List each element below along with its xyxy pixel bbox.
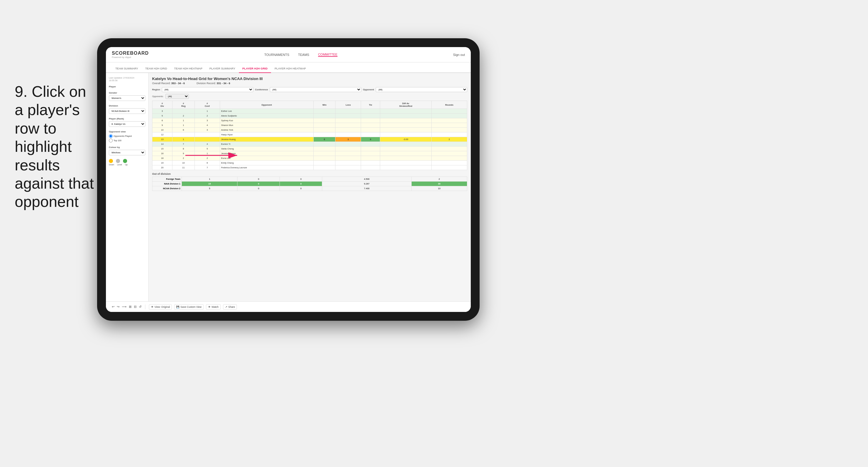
opponents-row: Opponents: (All) xyxy=(152,94,467,99)
sidebar-legend xyxy=(109,159,145,163)
col-div: #Div xyxy=(152,101,173,109)
circle-labels: Down Level Up xyxy=(109,164,145,166)
share-icon: ↗ xyxy=(225,306,227,308)
nav-teams[interactable]: TEAMS xyxy=(298,53,309,57)
out-div-row[interactable]: NCAA Division 25007.40010 xyxy=(152,186,467,191)
paste-icon[interactable]: ⊟ xyxy=(134,305,136,309)
watch-icon: 👁 xyxy=(208,306,211,308)
grid-title: Katelyn Vo Head-to-Head Grid for Women's… xyxy=(152,76,467,81)
division-record-label: Division Record: 331 - 34 - 6 xyxy=(196,82,230,85)
col-reg: #Reg xyxy=(172,101,194,109)
nav-links: TOURNAMENTS TEAMS COMMITTEE xyxy=(264,53,338,57)
sub-nav: TEAM SUMMARY TEAM H2H GRID TEAM H2H HEAT… xyxy=(106,62,471,73)
table-row[interactable]: 31Esther Lee xyxy=(152,109,467,114)
redo-icon[interactable]: ↪ xyxy=(117,305,120,309)
toolbar-sep-1 xyxy=(145,305,145,309)
tablet-screen: SCOREBOARD Powered by clippd TOURNAMENTS… xyxy=(106,47,471,312)
col-opponent: Opponent xyxy=(220,101,313,109)
col-diff: Diff AvStrokes/Rnd xyxy=(380,101,432,109)
table-row[interactable]: 522Alexis Sudjianto xyxy=(152,114,467,118)
opponent-filter[interactable]: (All) xyxy=(376,87,467,92)
top-nav: SCOREBOARD Powered by clippd TOURNAMENTS… xyxy=(106,47,471,62)
nav-tournaments[interactable]: TOURNAMENTS xyxy=(264,53,289,57)
sidebar: Last Updated: 27/03/2024 16:55:38 Player… xyxy=(106,73,149,301)
table-row[interactable]: 12Haeju Hyun xyxy=(152,132,467,137)
tab-team-h2h-heatmap[interactable]: TEAM H2H HEATMAP xyxy=(170,64,206,73)
tab-team-h2h-grid[interactable]: TEAM H2H GRID xyxy=(142,64,170,73)
overall-record-label: Overall Record: 353 - 34 - 6 xyxy=(152,82,185,85)
colour-by-label: Colour by xyxy=(109,146,145,149)
out-of-division-header: Out of division xyxy=(152,173,467,176)
sidebar-opponent-view-section: Opponent view Opponents Played Top 100 xyxy=(109,130,145,143)
player-label: Player xyxy=(109,85,145,88)
division-select[interactable]: NCAA Division III xyxy=(109,108,145,114)
tab-team-summary[interactable]: TEAM SUMMARY xyxy=(112,64,142,73)
logo: SCOREBOARD xyxy=(112,51,149,56)
opponent-view-label: Opponent view xyxy=(109,130,145,133)
tab-player-h2h-heatmap[interactable]: PLAYER H2H HEATMAP xyxy=(271,64,309,73)
watch-btn[interactable]: 👁 Watch xyxy=(206,304,221,310)
radio-opponents-played[interactable]: Opponents Played xyxy=(109,134,145,138)
table-row[interactable]: 914Sharon Mun xyxy=(152,123,467,128)
undo-icon[interactable]: ↩ xyxy=(112,305,115,309)
sign-out[interactable]: Sign out xyxy=(453,53,465,57)
region-filter[interactable]: (All) xyxy=(162,87,253,92)
circle-up xyxy=(123,159,127,163)
tab-player-summary[interactable]: PLAYER SUMMARY xyxy=(206,64,239,73)
gender-label: Gender xyxy=(109,92,145,94)
out-div-row[interactable]: Foreign Team1004.5002 xyxy=(152,177,467,182)
table-row[interactable]: 1474Eunice Yi xyxy=(152,142,467,147)
save-custom-btn[interactable]: 💾 Save Custom View xyxy=(174,304,204,310)
out-division-table: Foreign Team1004.5002NAIA Division 11500… xyxy=(152,177,467,191)
table-row[interactable]: 1063Andrea York xyxy=(152,128,467,132)
gender-select[interactable]: Women's xyxy=(109,95,145,101)
circle-down xyxy=(109,159,113,163)
forward-icon[interactable]: ⟶ xyxy=(122,305,126,309)
opponents-select[interactable]: (All) xyxy=(165,94,189,99)
player-rank-select[interactable]: 8. Katelyn Vo xyxy=(109,121,145,127)
tablet-frame: SCOREBOARD Powered by clippd TOURNAMENTS… xyxy=(97,38,479,321)
filters-row: Region (All) Conference (All) Opponent (… xyxy=(152,87,467,92)
table-row[interactable]: 1691Jessica Mason xyxy=(152,151,467,156)
bottom-toolbar: ↩ ↪ ⟶ ⊞ ⊟ ↺ 👁 View: Original 💾 Save Cust… xyxy=(106,301,471,312)
view-original-btn[interactable]: 👁 View: Original xyxy=(149,304,172,310)
nav-committee[interactable]: COMMITTEE xyxy=(318,53,338,57)
sidebar-division-section: Division NCAA Division III xyxy=(109,104,145,114)
refresh-icon[interactable]: ↺ xyxy=(139,305,142,309)
player-rank-label: Player (Rank) xyxy=(109,117,145,120)
colour-by-select[interactable]: Win/loss xyxy=(109,150,145,155)
main-content: Last Updated: 27/03/2024 16:55:38 Player… xyxy=(106,73,471,301)
logo-sub: Powered by clippd xyxy=(112,56,149,59)
col-conf: #Conf xyxy=(194,101,220,109)
sidebar-player-section: Player xyxy=(109,85,145,88)
col-tie: Tie xyxy=(361,101,380,109)
col-rounds: Rounds xyxy=(431,101,467,109)
record-row: Overall Record: 353 - 34 - 6 Division Re… xyxy=(152,82,467,85)
radio-top100[interactable]: Top 100 xyxy=(109,138,145,143)
logo-area: SCOREBOARD Powered by clippd xyxy=(112,51,149,59)
col-loss: Loss xyxy=(335,101,361,109)
view-icon: 👁 xyxy=(151,306,154,308)
out-div-row[interactable]: NAIA Division 115009.26730 xyxy=(152,182,467,186)
data-table: #Div #Reg #Conf Opponent Win Loss Tie Di… xyxy=(152,101,467,170)
sidebar-timestamp: Last Updated: 27/03/2024 16:55:38 xyxy=(109,76,145,82)
table-row[interactable]: 613Sydney Kuo xyxy=(152,118,467,123)
conference-filter[interactable]: (All) xyxy=(270,87,361,92)
tab-player-h2h-grid[interactable]: PLAYER H2H GRID xyxy=(239,64,271,73)
content-area: Katelyn Vo Head-to-Head Grid for Women's… xyxy=(149,73,471,301)
table-row[interactable]: 19106Emily Chang xyxy=(152,161,467,165)
radio-group: Opponents Played Top 100 xyxy=(109,134,145,143)
division-label: Division xyxy=(109,104,145,107)
col-win: Win xyxy=(313,101,335,109)
table-row[interactable]: 1585Stella Cheng xyxy=(152,147,467,151)
table-row[interactable]: 20117Federica Domecq Lacroze xyxy=(152,165,467,170)
sidebar-player-rank-section: Player (Rank) 8. Katelyn Vo xyxy=(109,117,145,127)
instruction-text: 9. Click on a player's row to highlight … xyxy=(15,83,97,211)
share-btn[interactable]: ↗ Share xyxy=(223,304,237,310)
sidebar-gender-section: Gender Women's xyxy=(109,92,145,101)
copy-icon[interactable]: ⊞ xyxy=(129,305,131,309)
circle-level xyxy=(116,159,120,163)
table-row[interactable]: 1822Euna Lee xyxy=(152,156,467,161)
table-row[interactable]: 131Jessica Huang010-3.002 xyxy=(152,137,467,142)
sidebar-colour-section: Colour by Win/loss xyxy=(109,146,145,155)
